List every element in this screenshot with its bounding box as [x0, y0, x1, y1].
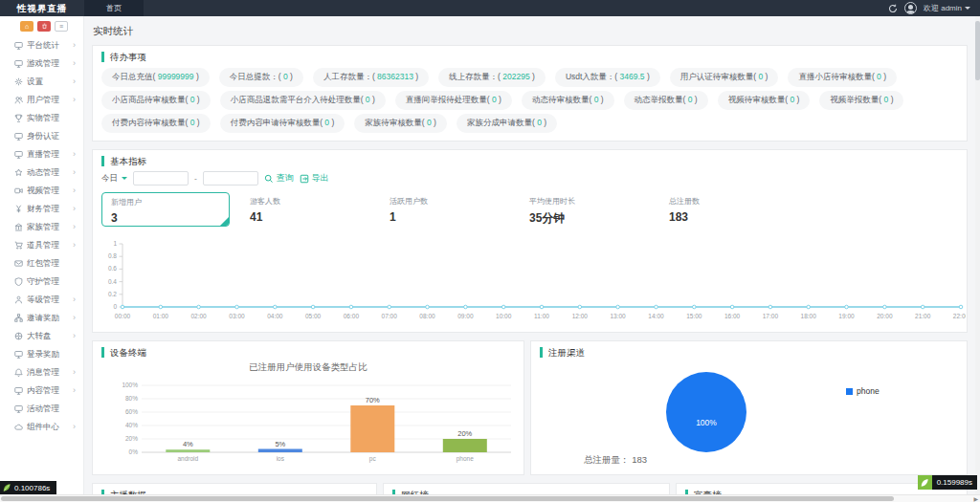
stat-card-总注册数[interactable]: 总注册数183 — [660, 192, 800, 228]
sidebar-item-视频管理[interactable]: 视频管理› — [0, 182, 83, 200]
svg-text:08:00: 08:00 — [419, 313, 435, 319]
cloud-icon — [14, 423, 27, 431]
sidebar-item-登录奖励[interactable]: 登录奖励 — [0, 345, 83, 363]
end-date-input[interactable] — [203, 171, 258, 186]
sidebar-item-label: 设置 — [27, 76, 73, 88]
sidebar-item-邀请奖励[interactable]: 邀请奖励› — [0, 309, 83, 327]
welcome-label: 欢迎 admin — [924, 3, 962, 13]
monitor-icon — [14, 59, 27, 68]
svg-text:12:00: 12:00 — [572, 313, 589, 319]
pie-slice-label: 100% — [666, 418, 746, 427]
chevron-right-icon: › — [73, 423, 76, 431]
search-label: 查询 — [277, 172, 294, 185]
svg-text:02:00: 02:00 — [190, 313, 207, 319]
chevron-right-icon: › — [73, 368, 76, 377]
yen-icon — [14, 205, 27, 213]
sidebar-item-实物管理[interactable]: 实物管理 — [0, 109, 83, 127]
sidebar-item-身份认证[interactable]: 身份认证 — [0, 127, 83, 145]
scrollbar-thumb[interactable] — [1, 496, 894, 501]
legend-item-phone[interactable]: phone — [846, 386, 880, 396]
svg-text:16:00: 16:00 — [724, 313, 741, 319]
sidebar-item-用户管理[interactable]: 用户管理› — [0, 91, 83, 109]
todo-pill-list: 今日总充值( 99999999 )今日总提款：( 0 )人工存款量：( 8636… — [101, 66, 958, 135]
stat-card-活跃用户数[interactable]: 活跃用户数1 — [381, 192, 521, 228]
gear-icon — [14, 77, 27, 86]
todo-pill: 视频待审核数量( 0 ) — [718, 91, 811, 110]
sidebar-item-label: 视频管理 — [27, 186, 73, 197]
sidebar-item-设置[interactable]: 设置› — [0, 73, 83, 91]
svg-text:100%: 100% — [122, 382, 138, 388]
sidebar-item-守护管理[interactable]: 守护管理 — [0, 273, 83, 291]
sidebar-item-label: 登录奖励 — [27, 349, 76, 360]
svg-text:ios: ios — [277, 455, 285, 462]
todo-panel-title: 待办事项 — [101, 52, 958, 62]
sidebar-item-组件中心[interactable]: 组件中心› — [0, 418, 83, 436]
sidebar-item-消息管理[interactable]: 消息管理› — [0, 363, 83, 382]
sidebar-item-游戏管理[interactable]: 游戏管理› — [0, 55, 83, 73]
bar-chart-title: 已注册用户使用设备类型占比 — [101, 361, 515, 374]
sidebar-item-label: 等级管理 — [27, 295, 73, 306]
home-button[interactable]: ⌂ — [20, 21, 33, 32]
bell-icon — [14, 368, 27, 377]
stat-card-游客人数[interactable]: 游客人数41 — [241, 192, 381, 228]
sidebar-item-财务管理[interactable]: 财务管理› — [0, 200, 83, 218]
sidebar-menu: 平台统计›游戏管理›设置›用户管理›实物管理身份认证直播管理›动态管理›视频管理… — [0, 36, 83, 436]
sidebar-item-label: 邀请奖励 — [27, 313, 73, 324]
todo-pill: 动态待审核数量( 0 ) — [522, 91, 614, 110]
svg-text:5%: 5% — [275, 440, 285, 448]
main-content: 实时统计 待办事项 今日总充值( 99999999 )今日总提款：( 0 )人工… — [84, 16, 975, 494]
svg-text:01:00: 01:00 — [153, 313, 169, 319]
refresh-icon[interactable] — [888, 4, 898, 13]
pie-legend[interactable]: phone — [846, 386, 880, 396]
debug-time-right[interactable]: 0.159989s — [918, 475, 977, 490]
metrics-panel: 基本指标 今日 - 查询 导出 新增用户3游客人数41活跃用户数1平均使用时长3… — [92, 149, 968, 333]
welcome-menu[interactable]: 欢迎 admin — [924, 3, 970, 13]
debug-time-left[interactable]: 0.100786s — [0, 481, 56, 494]
sidebar-item-直播管理[interactable]: 直播管理› — [0, 145, 83, 164]
horizontal-scrollbar[interactable]: ▶ — [0, 494, 980, 502]
chevron-right-icon: › — [73, 314, 76, 322]
monitor-icon — [14, 41, 27, 50]
svg-text:20%: 20% — [125, 435, 138, 442]
sidebar-item-label: 财务管理 — [27, 204, 73, 215]
svg-text:pc: pc — [369, 455, 377, 463]
date-preset-select[interactable]: 今日 — [101, 173, 127, 185]
user-avatar[interactable] — [904, 2, 917, 14]
tab-home[interactable]: 首页 — [84, 0, 144, 16]
start-date-input[interactable] — [133, 171, 189, 186]
tab-list-button[interactable]: ≡ — [55, 21, 68, 32]
range-separator: - — [194, 174, 197, 184]
svg-text:03:00: 03:00 — [229, 313, 245, 319]
vertical-scrollbar[interactable] — [975, 16, 980, 494]
export-button[interactable]: 导出 — [300, 172, 329, 185]
stat-card-新增用户[interactable]: 新增用户3 — [101, 192, 230, 227]
todo-pill: 直播间举报待处理数量( 0 ) — [395, 91, 512, 110]
sidebar-item-动态管理[interactable]: 动态管理› — [0, 164, 83, 182]
todo-pill: 家族分成申请数量( 0 ) — [457, 114, 557, 133]
svg-text:00:00: 00:00 — [115, 313, 131, 319]
todo-pill: 人工存款量：( 86362313 ) — [313, 68, 429, 87]
stat-card-平均使用时长[interactable]: 平均使用时长35分钟 — [521, 192, 660, 230]
sidebar-item-活动管理[interactable]: 活动管理 — [0, 400, 83, 418]
svg-text:4%: 4% — [183, 440, 193, 448]
sidebar-item-大转盘[interactable]: 大转盘› — [0, 327, 83, 345]
sidebar-item-道具管理[interactable]: 道具管理› — [0, 236, 83, 254]
todo-pill: 付费内容待审核数量( 0 ) — [101, 114, 211, 133]
sidebar-item-等级管理[interactable]: 等级管理› — [0, 291, 83, 309]
sidebar-item-内容管理[interactable]: 内容管理› — [0, 382, 83, 400]
svg-text:80%: 80% — [125, 395, 138, 402]
sidebar-item-红包管理[interactable]: 红包管理 — [0, 254, 83, 273]
chevron-right-icon: › — [73, 386, 76, 395]
chevron-right-icon: › — [73, 223, 76, 231]
todo-pill: 今日总提款：( 0 ) — [219, 68, 303, 87]
svg-text:22:00: 22:00 — [953, 313, 966, 319]
search-button[interactable]: 查询 — [264, 172, 294, 185]
sidebar-item-label: 组件中心 — [27, 422, 73, 433]
sidebar-item-平台统计[interactable]: 平台统计› — [0, 36, 83, 55]
thinkphp-leaf-icon — [918, 475, 932, 490]
scroll-right-arrow-icon[interactable]: ▶ — [973, 496, 978, 502]
sidebar-item-家族管理[interactable]: 家族管理› — [0, 218, 83, 236]
wheel-icon — [14, 332, 27, 340]
close-all-button[interactable] — [37, 21, 51, 32]
svg-text:60%: 60% — [125, 408, 138, 415]
